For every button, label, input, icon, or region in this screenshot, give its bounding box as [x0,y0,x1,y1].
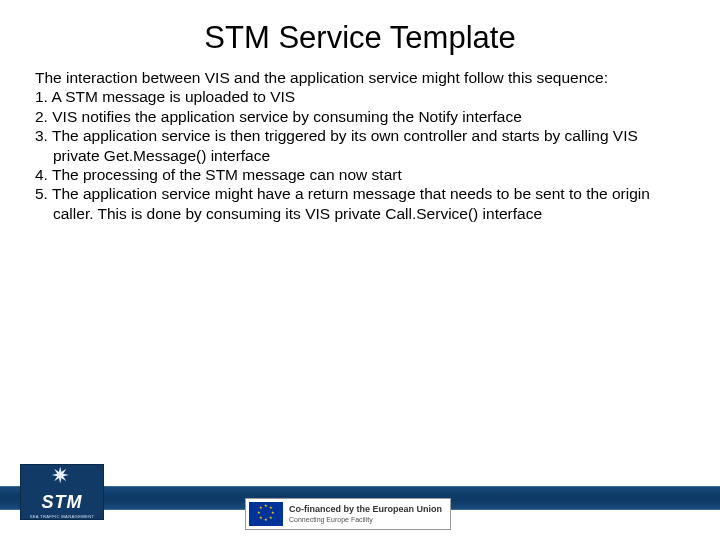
stm-logo-subtext: SEA TRAFFIC MANAGEMENT [30,514,95,519]
compass-burst-icon [51,469,73,491]
list-item: 1. A STM message is uploaded to VIS [35,87,685,106]
stm-logo-text: STM [42,493,83,511]
slide-title: STM Service Template [0,0,720,68]
eu-badge-text: Co-financed by the European Union Connec… [289,505,442,523]
step-list: 1. A STM message is uploaded to VIS 2. V… [35,87,685,223]
eu-cofinance-badge: ★ ★ ★ ★ ★ ★ ★ ★ Co-financed by the Europ… [245,498,451,530]
list-item: 2. VIS notifies the application service … [35,107,685,126]
list-item: 5. The application service might have a … [35,184,685,223]
list-item: 3. The application service is then trigg… [35,126,685,165]
eu-flag-icon: ★ ★ ★ ★ ★ ★ ★ ★ [249,502,283,526]
eu-badge-line1: Co-financed by the European Union [289,505,442,514]
body-content: The interaction between VIS and the appl… [0,68,720,223]
intro-text: The interaction between VIS and the appl… [35,68,685,87]
slide: STM Service Template The interaction bet… [0,0,720,540]
list-item: 4. The processing of the STM message can… [35,165,685,184]
eu-badge-line2: Connecting Europe Facility [289,516,442,523]
stm-logo: STM SEA TRAFFIC MANAGEMENT [20,464,104,520]
